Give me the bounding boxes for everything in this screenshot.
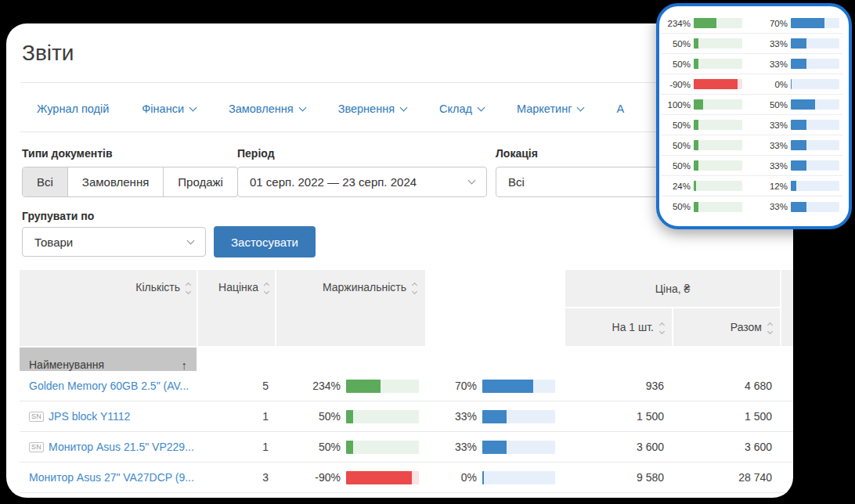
price-unit-cell: 3 600 — [565, 441, 672, 453]
margin-bar — [791, 140, 839, 150]
markup-bar — [694, 79, 742, 89]
doc-type-option[interactable]: Замовлення — [68, 167, 164, 196]
markup-value: 50% — [319, 441, 341, 453]
overlay-margin-value: 12% — [758, 182, 788, 191]
column-header-label: Найменування — [29, 358, 104, 371]
markup-bar — [694, 202, 742, 212]
margin-value: 33% — [455, 410, 477, 423]
product-link[interactable]: Монитор Asus 21.5" VP229... — [49, 441, 194, 453]
overlay-margin-value: 50% — [758, 100, 788, 110]
markup-cell: 50% — [276, 410, 425, 423]
column-header-label: Ціна, ₴ — [655, 283, 691, 295]
overlay-margin-value: 33% — [758, 39, 788, 49]
table-row[interactable]: Монитор Asus 27" VA27DCP (9...3-90%0%9 5… — [20, 463, 793, 493]
sort-icon — [768, 323, 772, 333]
overlay-margin-value: 33% — [758, 161, 788, 171]
nav-tab[interactable]: Склад — [439, 103, 484, 115]
product-link[interactable]: Монитор Asus 27" VA27DCP (9... — [29, 471, 194, 484]
doc-type-option[interactable]: Продажі — [164, 167, 237, 196]
qty-cell: 1 — [198, 410, 275, 423]
price-total-cell: 4 680 — [673, 380, 780, 392]
sort-ascending-icon: ↑ — [182, 359, 188, 371]
column-header-label: На 1 шт. — [612, 321, 654, 333]
margin-bar — [791, 181, 839, 191]
markup-bar — [346, 441, 419, 454]
apply-button[interactable]: Застосувати — [214, 226, 316, 257]
nav-tab[interactable]: Замовлення — [229, 103, 305, 115]
nav-tab[interactable]: Фінанси — [142, 103, 196, 115]
column-header-price-total[interactable]: Разом — [673, 308, 780, 346]
overlay-row: 50%33% — [661, 115, 842, 135]
margin-bar — [791, 99, 839, 110]
overlay-row: 50%33% — [661, 196, 842, 217]
price-unit-cell: 936 — [565, 380, 672, 392]
overlay-row: 234%70% — [661, 13, 842, 34]
nav-tab-label: Звернення — [338, 103, 395, 115]
margin-bar — [791, 160, 839, 171]
nav-tab[interactable]: А — [616, 103, 624, 115]
table-row[interactable]: SNJPS block Y1112150%33%1 5001 500 — [20, 401, 793, 432]
column-header-name[interactable]: Найменування ↑ — [20, 347, 197, 371]
column-header-label: Разом — [731, 321, 762, 333]
margin-cell: 70% — [427, 380, 564, 393]
overlay-row: 50%33% — [661, 34, 842, 54]
overlay-markup-value: 234% — [661, 19, 691, 28]
overlay-markup-value: 50% — [661, 59, 691, 69]
overlay-row: 50%33% — [661, 54, 842, 74]
markup-bar — [346, 471, 419, 484]
margin-value: 0% — [461, 471, 477, 484]
chevron-down-icon — [400, 103, 408, 111]
nav-tab-label: Склад — [439, 103, 472, 115]
overlay-row: 50%33% — [661, 156, 842, 176]
overlay-margin-value: 33% — [758, 121, 788, 130]
table-row[interactable]: SNМонитор Asus 21.5" VP229...150%33%3 60… — [20, 432, 793, 463]
group-by-select[interactable]: Товари — [22, 227, 206, 257]
price-unit-cell: 1 500 — [565, 410, 672, 423]
group-by-label: Групувати по — [22, 210, 94, 222]
product-link[interactable]: Golden Memory 60GB 2.5" (AV... — [29, 380, 189, 392]
markup-bar — [346, 380, 419, 393]
nav-tab-label: Замовлення — [229, 103, 294, 115]
price-total-cell: 1 500 — [673, 410, 780, 423]
margin-cell: 33% — [427, 410, 564, 423]
period-label: Період — [237, 147, 275, 160]
doc-type-option[interactable]: Всі — [23, 167, 68, 196]
name-cell: SNМонитор Asus 21.5" VP229... — [20, 441, 197, 453]
column-header-markup[interactable]: Націнка — [198, 270, 275, 346]
column-header-margin[interactable]: Маржинальність — [276, 270, 425, 346]
table-row[interactable]: Монитор MSI Optix 23.6" (G24...1100%50%8… — [20, 493, 793, 498]
overlay-markup-value: 50% — [661, 39, 691, 49]
margin-bar — [482, 441, 555, 454]
markup-cell: 50% — [276, 441, 425, 454]
sort-icon — [413, 283, 417, 293]
markup-value: 234% — [312, 380, 341, 392]
nav-tab-label: Маркетинг — [517, 103, 572, 115]
nav-tab[interactable]: Журнал подій — [37, 103, 109, 115]
doc-type-segment: ВсіЗамовленняПродажі — [22, 167, 238, 197]
markup-value: 50% — [319, 410, 341, 423]
markup-bar — [694, 59, 742, 69]
nav-tab[interactable]: Звернення — [338, 103, 406, 115]
overlay-markup-value: 50% — [661, 121, 691, 130]
markup-bar — [346, 410, 419, 423]
overlay-markup-value: 50% — [661, 141, 691, 150]
margin-bar — [791, 202, 839, 212]
table-header: Найменування ↑ Кількість Націнка Маржина… — [20, 270, 793, 371]
overlay-markup-value: 50% — [661, 202, 691, 211]
price-total-cell: 3 600 — [673, 441, 780, 453]
margin-bar — [482, 410, 555, 423]
product-link[interactable]: JPS block Y1112 — [49, 410, 130, 423]
column-header-price-unit[interactable]: На 1 шт. — [565, 308, 672, 346]
overlay-row: -90%0% — [661, 74, 842, 95]
period-input[interactable]: 01 серп. 2022 — 23 серп. 2024 — [237, 167, 487, 197]
chevron-down-icon — [577, 103, 585, 111]
column-header-label: Кількість — [135, 281, 180, 293]
group-by-value: Товари — [34, 236, 73, 249]
column-header-qty[interactable]: Кількість — [20, 270, 197, 346]
sn-badge: SN — [29, 412, 44, 422]
margin-bar — [791, 79, 839, 89]
overlay-rows: 234%70%50%33%50%33%-90%0%100%50%50%33%50… — [659, 13, 849, 217]
nav-tab[interactable]: Маркетинг — [517, 103, 584, 115]
chevron-down-icon — [189, 103, 197, 111]
table-row[interactable]: Golden Memory 60GB 2.5" (AV...5234%70%93… — [20, 371, 793, 401]
